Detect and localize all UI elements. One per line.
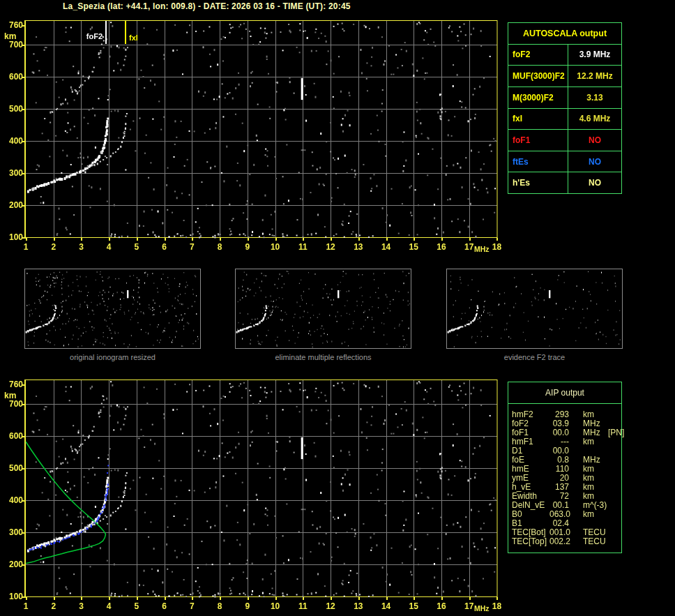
aip-row-TEC[Top]: TEC[Top]002.2TECU: [512, 537, 621, 546]
aip-extra: [604, 465, 622, 474]
thumbnail-eliminate-reflections-canvas: [235, 269, 411, 349]
top-ionogram-canvas: [0, 13, 509, 257]
autoscala-row-label: h'Es: [508, 172, 568, 193]
aip-table-header: AIP output: [508, 382, 621, 404]
aip-extra: [604, 510, 622, 519]
aip-unit: TECU: [569, 537, 604, 546]
thumbnail-caption-original: original ionogram resized: [24, 353, 201, 361]
aip-extra: [604, 537, 622, 546]
autoscala-row-label: ftEs: [508, 151, 568, 172]
autoscala-row-label: foF1: [508, 130, 568, 151]
aip-param: TEC[Top]: [512, 537, 549, 546]
autoscala-row-label: M(3000)F2: [508, 87, 568, 108]
autoscala-row-value: NO: [568, 130, 621, 151]
autoscala-row-label: foF2: [508, 45, 568, 66]
autoscala-row-value: 4.6 MHz: [568, 109, 621, 130]
autoscala-row-label: MUF(3000)F2: [508, 66, 568, 87]
aip-extra: [604, 528, 622, 537]
aip-val: 002.2: [549, 537, 569, 546]
aip-extra: [604, 437, 622, 446]
autoscala-row-value: NO: [568, 151, 621, 172]
autoscala-row-label: fxI: [508, 109, 568, 130]
aip-unit: km: [569, 510, 604, 519]
autoscala-row-ftEs: ftEsNO: [508, 151, 621, 172]
autoscala-output-window: La_Spezia (lat: +44.1, lon: 009.8) - DAT…: [0, 0, 675, 616]
thumbnail-caption-evidence-f2: evidence F2 trace: [446, 353, 623, 361]
autoscala-row-value: 12.2 MHz: [568, 66, 621, 87]
autoscala-output-table: AUTOSCALA output foF23.9 MHzMUF(3000)F21…: [508, 22, 622, 194]
autoscala-row-value: 3.9 MHz: [568, 45, 621, 66]
autoscala-row-fxI: fxI4.6 MHz: [508, 108, 621, 130]
aip-extra: [604, 474, 622, 483]
autoscala-row-M(3000)F2: M(3000)F23.13: [508, 87, 621, 108]
aip-extra: [PN]: [604, 428, 622, 437]
aip-unit: km: [569, 437, 604, 446]
page-title: La_Spezia (lat: +44.1, lon: 009.8) - DAT…: [63, 1, 351, 11]
autoscala-row-value: 3.13: [568, 87, 621, 108]
autoscala-table-header: AUTOSCALA output: [508, 23, 621, 44]
aip-extra: [604, 501, 622, 510]
autoscala-row-foF1: foF1NO: [508, 129, 621, 151]
autoscala-row-value: NO: [568, 172, 621, 193]
autoscala-row-foF2: foF23.9 MHz: [508, 44, 621, 66]
thumbnail-caption-eliminate-reflections: eliminate multiple reflections: [235, 353, 411, 361]
autoscala-row-MUF(3000)F2: MUF(3000)F212.2 MHz: [508, 65, 621, 87]
aip-output-table: AIP output hmF2293kmfoF203.9MHzfoF100.0M…: [508, 382, 622, 553]
bottom-ionogram-canvas: [0, 372, 509, 616]
aip-extra: [604, 519, 622, 528]
thumbnail-evidence-f2-canvas: [446, 269, 623, 349]
autoscala-row-h'Es: h'EsNO: [508, 172, 621, 193]
aip-extra: [604, 410, 622, 419]
aip-extra: [604, 446, 622, 456]
aip-table-body: hmF2293kmfoF203.9MHzfoF100.0MHz[PN]hmF1-…: [508, 404, 621, 546]
aip-extra: [604, 456, 622, 465]
aip-extra: [604, 483, 622, 492]
thumbnail-original-ionogram-canvas: [24, 269, 201, 349]
